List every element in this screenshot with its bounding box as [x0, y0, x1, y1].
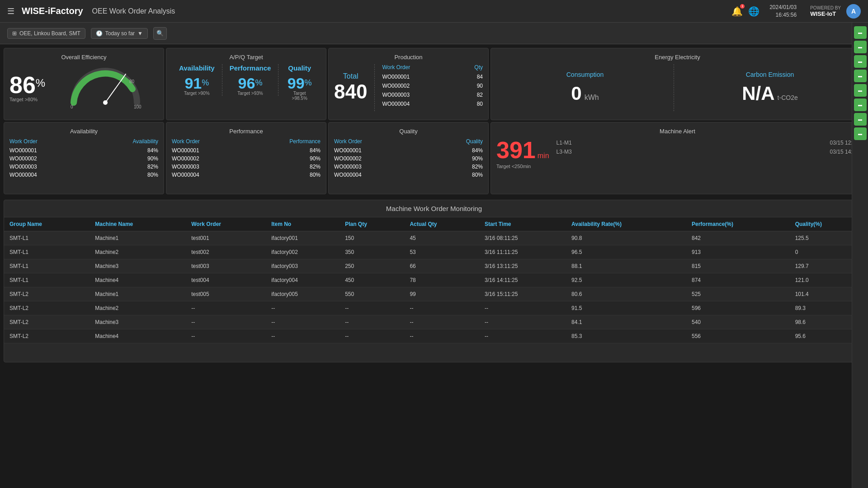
- production-total: Total 840: [334, 64, 375, 111]
- site-filter[interactable]: ⊞ OEE, Linkou Board, SMT: [7, 28, 85, 39]
- table-cell: test001: [186, 231, 266, 245]
- energy-title: Energy Electricity: [496, 54, 859, 61]
- table-cell: Machine2: [90, 301, 186, 315]
- gauge-container: 0 100 80: [52, 64, 158, 111]
- performance-header: Work Order Performance: [172, 138, 321, 145]
- table-cell: --: [340, 315, 404, 329]
- table-cell: 3/16 14:11:25: [479, 273, 566, 287]
- table-cell: 815: [686, 259, 790, 273]
- total-value: 840: [334, 80, 367, 103]
- table-cell: 250: [340, 259, 404, 273]
- avail-order-id: WO000004: [9, 172, 37, 178]
- dashboard-grid: Overall Efficiency 86 % Target >80%: [0, 44, 868, 198]
- table-column-header: Availability Rate(%): [566, 217, 686, 231]
- table-cell: ifactory005: [266, 287, 340, 301]
- alert-card-title: Machine Alert: [496, 128, 859, 135]
- quality-card-title: Quality: [334, 128, 483, 135]
- search-button[interactable]: 🔍: [153, 27, 167, 40]
- performance-order-row: WO00000184%: [172, 146, 321, 155]
- order-id: WO000004: [382, 101, 410, 107]
- performance-pct: %: [255, 78, 262, 88]
- qual-order-id: WO000002: [334, 155, 362, 162]
- efficiency-number: 86: [9, 73, 36, 97]
- filter-bar: ⊞ OEE, Linkou Board, SMT 🕐 Today so far …: [0, 23, 868, 44]
- qual-order-id: WO000003: [334, 164, 362, 170]
- globe-icon[interactable]: 🌐: [748, 6, 760, 17]
- table-cell: Machine3: [90, 259, 186, 273]
- table-cell: Machine3: [90, 315, 186, 329]
- table-cell: 80.6: [566, 287, 686, 301]
- table-cell: Machine2: [90, 245, 186, 259]
- availability-metric: Availability 91 % Target >90%: [172, 64, 222, 96]
- sidebar-btn-1[interactable]: ▬: [854, 26, 867, 39]
- table-column-header: Item No: [266, 217, 340, 231]
- table-row: SMT-L1Machine1test001ifactory001150453/1…: [4, 231, 864, 245]
- availability-pct: %: [202, 78, 209, 88]
- table-cell: --: [479, 329, 566, 343]
- table-container[interactable]: Group NameMachine NameWork OrderItem NoP…: [4, 217, 864, 362]
- consumption-unit: kWh: [585, 94, 599, 102]
- sidebar-btn-4[interactable]: ▬: [854, 70, 867, 82]
- table-row: SMT-L2Machine2----------91.559689.3: [4, 301, 864, 315]
- datetime-text: 2024/01/03 16:45:56: [769, 4, 797, 19]
- availability-order-row: WO00000290%: [9, 155, 158, 163]
- dropdown-arrow: ▼: [137, 30, 143, 37]
- sidebar-btn-5[interactable]: ▬: [854, 84, 867, 97]
- table-cell: 525: [686, 287, 790, 301]
- monitoring-table-title: Machine Work Order Monitoring: [4, 200, 864, 217]
- efficiency-pct: %: [36, 77, 45, 89]
- sidebar-btn-2[interactable]: ▬: [854, 41, 867, 53]
- availability-header: Work Order Availability: [9, 138, 158, 145]
- clock-icon: 🕐: [96, 30, 103, 37]
- avail-order-val: 82%: [147, 164, 158, 170]
- alert-machine-row: L3-M303/15 14:00: [557, 147, 859, 156]
- top-navigation: ☰ WISE-iFactory OEE Work Order Analysis …: [0, 0, 868, 23]
- menu-icon[interactable]: ☰: [7, 6, 14, 16]
- notification-bell[interactable]: 🔔 1: [731, 6, 743, 17]
- table-cell: --: [479, 301, 566, 315]
- table-cell: Machine4: [90, 273, 186, 287]
- table-row: SMT-L2Machine4----------85.355695.6: [4, 329, 864, 343]
- time-filter[interactable]: 🕐 Today so far ▼: [91, 28, 148, 39]
- perf-order-id: WO000001: [172, 147, 199, 154]
- table-row: SMT-L1Machine3test003ifactory003250663/1…: [4, 259, 864, 273]
- production-order-row: WO00000184: [382, 72, 483, 81]
- notification-badge: 1: [740, 4, 745, 9]
- gauge-wrap: 0 100 80: [67, 64, 144, 111]
- table-cell: 99: [404, 287, 479, 301]
- table-cell: 3/16 13:11:25: [479, 259, 566, 273]
- user-avatar[interactable]: A: [846, 4, 861, 19]
- table-cell: test003: [186, 259, 266, 273]
- table-cell: 53: [404, 245, 479, 259]
- powered-by-brand: WISE-IoT: [810, 10, 841, 17]
- qual-order-val: 82%: [472, 164, 483, 170]
- table-cell: SMT-L1: [4, 231, 90, 245]
- alert-machine-name: L1-M1: [557, 140, 572, 146]
- table-cell: --: [479, 315, 566, 329]
- table-cell: 66: [404, 259, 479, 273]
- table-column-header: Work Order: [186, 217, 266, 231]
- quality-pct: %: [305, 78, 312, 88]
- table-cell: --: [404, 329, 479, 343]
- table-row: SMT-L1Machine4test004ifactory004450783/1…: [4, 273, 864, 287]
- table-cell: 96.5: [566, 245, 686, 259]
- sidebar-btn-8[interactable]: ▬: [854, 127, 867, 140]
- alert-value-block: 391 min Target <250min: [496, 138, 549, 185]
- sidebar-btn-3[interactable]: ▬: [854, 55, 867, 68]
- table-cell: SMT-L1: [4, 245, 90, 259]
- quality-order-row: WO00000290%: [334, 155, 483, 163]
- overall-efficiency-card: Overall Efficiency 86 % Target >80%: [4, 48, 164, 120]
- sidebar-btn-7[interactable]: ▬: [854, 113, 867, 126]
- avail-order-val: 84%: [147, 147, 158, 154]
- sidebar-btn-6[interactable]: ▬: [854, 99, 867, 111]
- availability-order-row: WO00000480%: [9, 171, 158, 179]
- svg-text:100: 100: [134, 104, 142, 109]
- table-cell: 84.1: [566, 315, 686, 329]
- quality-target: Target >98.5%: [286, 91, 313, 101]
- monitoring-table: Group NameMachine NameWork OrderItem NoP…: [4, 217, 864, 343]
- table-cell: Machine1: [90, 287, 186, 301]
- table-cell: SMT-L1: [4, 273, 90, 287]
- powered-by: POWERED BY WISE-IoT: [810, 5, 841, 17]
- work-order-col-label: Work Order: [382, 64, 410, 70]
- table-cell: test004: [186, 273, 266, 287]
